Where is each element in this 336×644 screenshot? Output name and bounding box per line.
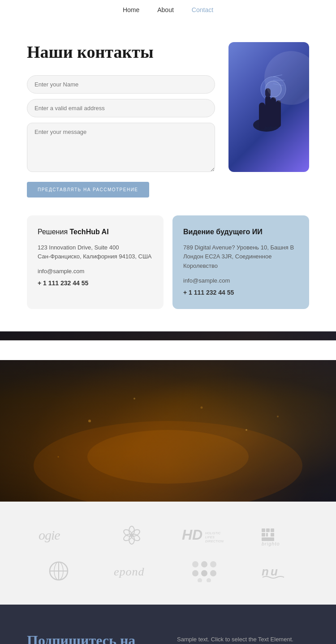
address-section: Решения TechHub AI 123 Innovation Drive,… <box>0 215 336 331</box>
svg-text:ogie: ogie <box>39 528 60 542</box>
svg-point-46 <box>210 561 216 567</box>
svg-text:HD: HD <box>182 527 202 543</box>
logo-circle <box>47 560 70 582</box>
svg-point-16 <box>246 429 247 431</box>
footer-sample-text[interactable]: Sample text. Click to select the Text El… <box>177 636 309 643</box>
hand-tech-icon <box>242 71 296 143</box>
footer-left: Подпишитесь на последние обновления и ид… <box>27 631 159 644</box>
address-card-1-address: 123 Innovation Drive, Suite 400 Сан-Фран… <box>38 243 153 262</box>
address-card-2: Видение будущего ИИ 789 Digital Avenue? … <box>172 215 309 309</box>
logo-brand: epond <box>114 563 150 579</box>
logo-nu: nu <box>262 563 293 579</box>
contact-form-area: Наши контакты ПРЕДСТАВЛЯТЬ НА РАССМОТРЕН… <box>27 42 215 197</box>
svg-rect-36 <box>271 533 274 537</box>
hero-nav-about[interactable]: About <box>157 347 174 354</box>
svg-text:LIFES: LIFES <box>205 536 215 539</box>
svg-rect-34 <box>262 533 265 537</box>
svg-point-50 <box>198 578 202 582</box>
svg-rect-31 <box>262 528 265 532</box>
svg-rect-35 <box>266 533 268 537</box>
ogie-logo-icon: ogie <box>39 527 79 543</box>
svg-rect-33 <box>271 528 274 532</box>
svg-rect-5 <box>271 97 276 127</box>
svg-point-13 <box>88 420 91 422</box>
address-card-1-phone: + 1 111 232 44 55 <box>38 279 88 287</box>
nav-contact[interactable]: Contact <box>192 6 213 13</box>
logo-hd: HD HOLISTIC LIFES DIRECTION <box>182 527 227 543</box>
svg-text:DIRECTION: DIRECTION <box>205 540 224 543</box>
footer-section: Подпишитесь на последние обновления и ид… <box>0 605 336 644</box>
address-card-2-address: 789 Digital Avenue? Уровень 10, Башня B … <box>183 243 298 271</box>
hero-nav-home[interactable]: Home <box>123 347 139 354</box>
svg-line-8 <box>273 75 282 77</box>
hero-nav: Home About Contact <box>0 340 336 360</box>
submit-button[interactable]: ПРЕДСТАВЛЯТЬ НА РАССМОТРЕНИЕ <box>27 182 149 197</box>
svg-rect-3 <box>259 103 265 129</box>
contact-image-area <box>228 42 309 197</box>
svg-text:brighto: brighto <box>262 541 280 546</box>
circle-logo-icon <box>47 560 70 582</box>
svg-rect-6 <box>276 100 281 127</box>
main-nav: Home About Contact <box>0 0 336 20</box>
svg-point-0 <box>261 77 286 102</box>
hero-image-section: Home About Contact <box>0 331 336 502</box>
address-card-1: Решения TechHub AI 123 Innovation Drive,… <box>27 215 164 309</box>
nav-home[interactable]: Home <box>123 6 139 13</box>
hero-nav-contact[interactable]: Contact <box>192 347 213 354</box>
svg-point-14 <box>134 398 135 399</box>
svg-point-49 <box>210 570 216 576</box>
contact-section: Наши контакты ПРЕДСТАВЛЯТЬ НА РАССМОТРЕН… <box>0 20 336 215</box>
svg-rect-32 <box>266 528 270 532</box>
svg-point-44 <box>192 561 198 567</box>
dots-logo-icon <box>191 560 218 582</box>
svg-text:HOLISTIC: HOLISTIC <box>205 532 221 535</box>
footer-heading: Подпишитесь на последние обновления и ид… <box>27 631 159 644</box>
svg-point-15 <box>201 406 203 408</box>
brighto-logo-icon: brighto <box>259 524 295 546</box>
contact-title: Наши контакты <box>27 42 215 63</box>
address-card-2-title: Видение будущего ИИ <box>183 228 298 236</box>
message-input[interactable] <box>27 123 215 172</box>
svg-rect-37 <box>262 537 274 541</box>
address-card-1-email[interactable]: info@sample.com <box>38 268 153 275</box>
hd-logo-icon: HD HOLISTIC LIFES DIRECTION <box>182 527 227 543</box>
logo-dots <box>191 560 218 582</box>
contact-decorative-image <box>228 42 309 172</box>
svg-point-45 <box>201 561 207 567</box>
name-input[interactable] <box>27 75 215 94</box>
svg-point-18 <box>277 416 279 417</box>
logos-section: ogie HD HOLISTIC LIFES DIRECTION <box>0 502 336 605</box>
footer-right: Sample text. Click to select the Text El… <box>177 631 309 644</box>
address-card-1-title: Решения TechHub AI <box>38 228 153 236</box>
flower-logo-icon <box>121 524 143 546</box>
svg-point-12 <box>87 430 249 484</box>
svg-rect-7 <box>265 88 271 97</box>
address-card-2-phone: + 1 111 232 44 55 <box>183 289 234 296</box>
svg-text:epond: epond <box>114 565 145 578</box>
svg-rect-4 <box>265 96 271 127</box>
email-input[interactable] <box>27 99 215 117</box>
svg-point-48 <box>201 570 207 576</box>
svg-point-17 <box>58 456 59 457</box>
nu-logo-icon: nu <box>262 563 293 579</box>
logo-flower <box>121 524 143 546</box>
svg-line-10 <box>273 84 283 86</box>
svg-point-51 <box>207 578 211 582</box>
logo-brighto: brighto <box>259 524 295 546</box>
address-card-2-email[interactable]: info@sample.com <box>183 277 298 284</box>
nav-about[interactable]: About <box>157 6 174 13</box>
brand-logo-icon: epond <box>114 563 150 579</box>
svg-point-26 <box>130 533 134 537</box>
svg-point-47 <box>192 570 198 576</box>
logo-ogie: ogie <box>39 527 79 543</box>
